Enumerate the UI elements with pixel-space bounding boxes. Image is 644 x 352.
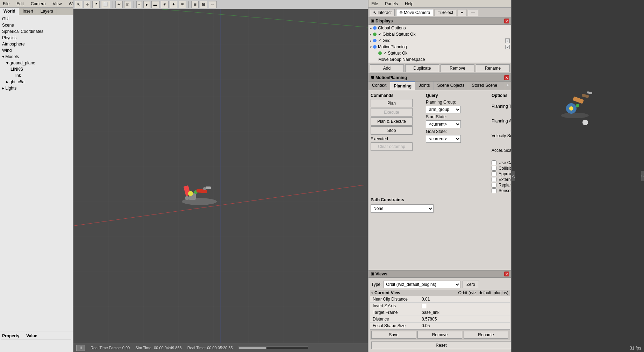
align-tool-btn[interactable]: ↔ (209, 1, 217, 8)
tree-item-spherical[interactable]: Spherical Coordinates (1, 28, 72, 35)
start-state-select[interactable]: <current> (426, 120, 461, 128)
invert-z-checkbox[interactable] (422, 304, 426, 308)
sensor-positioning-checkbox[interactable] (492, 188, 496, 193)
frame-tool-btn[interactable]: ⊞ (191, 1, 199, 8)
display-global-options[interactable]: ▸ Global Options (368, 25, 511, 31)
tab-context[interactable]: Context (368, 82, 390, 90)
execute-btn[interactable]: Execute (371, 108, 413, 117)
move-tool-btn[interactable]: ✛ (84, 1, 91, 8)
save-view-btn[interactable]: Save (371, 331, 416, 339)
stop-btn[interactable]: Stop (371, 126, 413, 135)
remove-display-btn[interactable]: Remove (441, 64, 474, 72)
tree-item-link[interactable]: link (1, 72, 72, 79)
views-close-btn[interactable]: ✕ (504, 272, 509, 276)
display-global-status[interactable]: ▸ ✓ Global Status: Ok (368, 31, 511, 37)
views-zero-btn[interactable]: Zero (463, 281, 479, 288)
status-ok-dot (378, 51, 382, 55)
display-move-group-ns[interactable]: Move Group Namespace (368, 56, 511, 63)
rviz-menu-help[interactable]: Help (403, 1, 415, 7)
views-type-select[interactable]: Orbit (rviz_default_plugins) (384, 281, 460, 288)
use-cartesian-label: Use Cartesian Path (499, 160, 511, 165)
use-cartesian-checkbox[interactable] (492, 160, 496, 165)
fluid-tool-btn[interactable]: ≋ (179, 1, 186, 8)
tab-joints[interactable]: Joints (415, 82, 434, 90)
planning-group-select[interactable]: arm_group (426, 106, 461, 113)
clear-octomap-btn[interactable]: Clear octomap (371, 142, 413, 151)
motion-content: Commands Plan Execute Plan & Execute Sto… (368, 90, 511, 270)
path-constraints-select[interactable]: None (371, 204, 434, 213)
tab-scene-objects[interactable]: Scene Objects (434, 82, 468, 90)
select-tool-btn[interactable]: ↖ (75, 1, 82, 8)
tab-world[interactable]: World (0, 8, 19, 15)
planning-group-row: Planning Group: (426, 100, 489, 105)
tab-layers[interactable]: Layers (37, 8, 57, 15)
reset-btn[interactable]: Reset (371, 342, 511, 349)
cylinder-tool-btn[interactable]: ▬ (151, 1, 159, 8)
light-tool-btn[interactable]: ☀ (161, 1, 169, 8)
rotate-tool-btn[interactable]: ↺ (92, 1, 100, 8)
move-camera-btn[interactable]: ⊕ Move Camera (396, 9, 433, 16)
tree-item-scene[interactable]: Scene (1, 22, 72, 28)
rviz-menu-panels[interactable]: Panels (384, 1, 399, 7)
tree-item-gbt[interactable]: ▸ gbt_c5a (1, 79, 72, 85)
plan-btn[interactable]: Plan (371, 99, 413, 107)
remove-view-btn[interactable]: Remove (417, 331, 462, 339)
tree-item-models[interactable]: ▾ Models (1, 54, 72, 60)
goal-state-select[interactable]: <current> (426, 135, 461, 143)
scale-tool-btn[interactable]: ⬜ (101, 1, 110, 8)
menu-file[interactable]: File (1, 1, 11, 7)
plus-btn[interactable]: + (458, 9, 466, 16)
display-grid[interactable]: ▸ ✓ Grid ✓ (368, 37, 511, 44)
right-resize-handle[interactable]: ▷ (641, 171, 644, 181)
motionplanning-checkbox[interactable]: ✓ (505, 45, 510, 49)
left-resize-handle[interactable]: ◁ (512, 171, 515, 181)
interact-btn[interactable]: ↖ Interact (370, 9, 395, 16)
query-title: Query (426, 92, 489, 99)
tab-insert[interactable]: Insert (19, 8, 37, 15)
sphere-tool-btn[interactable]: ● (143, 1, 150, 8)
add-display-btn[interactable]: Add (370, 64, 404, 72)
undo-btn[interactable]: ↩ (115, 1, 123, 8)
tab-planning[interactable]: Planning (390, 82, 415, 90)
tab-stored-scene[interactable]: Stored Scene (468, 82, 501, 90)
select-label: Select (442, 10, 453, 15)
tree-item-ground-plane[interactable]: ▾ ground_plane (1, 60, 72, 66)
approx-ik-checkbox[interactable] (492, 171, 496, 176)
minus-btn[interactable]: — (468, 9, 478, 16)
svg-point-9 (185, 196, 189, 200)
select-btn[interactable]: □ Select (435, 9, 456, 16)
more-tabs-arrow[interactable]: ▸ (505, 82, 511, 90)
rviz-toolbar: ↖ Interact ⊕ Move Camera □ Select + — (368, 8, 511, 17)
main-viewport[interactable] (73, 9, 368, 343)
redo-btn[interactable]: ↺⃝ (124, 1, 131, 8)
planning-group-label: Planning Group: (426, 100, 457, 105)
rviz-menu-file[interactable]: File (370, 1, 379, 7)
box-tool-btn[interactable]: ▪ (136, 1, 142, 8)
tree-item-lights[interactable]: ▸ Lights (1, 85, 72, 91)
pause-button[interactable]: ⏸ (76, 345, 85, 351)
rename-view-btn[interactable]: Rename (464, 331, 508, 339)
display-status-ok[interactable]: ✓ Status: Ok (368, 50, 511, 56)
tree-item-gui[interactable]: GUI (1, 16, 72, 22)
tree-item-wind[interactable]: Wind (1, 47, 72, 54)
duplicate-display-btn[interactable]: Duplicate (405, 64, 439, 72)
menu-camera[interactable]: Camera (29, 1, 47, 7)
region-tool-btn[interactable]: ⊟ (200, 1, 207, 8)
tree-item-links[interactable]: LINKS (1, 66, 72, 72)
tree-item-physics[interactable]: Physics (1, 35, 72, 41)
plan-execute-btn[interactable]: Plan & Execute (371, 117, 413, 126)
near-clip-row: Near Clip Distance 0.01 (370, 296, 510, 303)
menu-view[interactable]: View (51, 1, 63, 7)
display-motionplanning[interactable]: ▾ MotionPlanning ✓ (368, 44, 511, 50)
displays-close-btn[interactable]: ✕ (504, 19, 509, 23)
grid-checkbox[interactable]: ✓ (505, 38, 510, 43)
menu-edit[interactable]: Edit (15, 1, 25, 7)
particle-tool-btn[interactable]: ✦ (170, 1, 177, 8)
replanning-checkbox[interactable] (492, 183, 496, 188)
external-comm-checkbox[interactable] (492, 177, 496, 182)
motion-close-btn[interactable]: ✕ (504, 75, 509, 80)
collision-aware-checkbox[interactable] (492, 166, 496, 171)
tree-item-atmosphere[interactable]: Atmosphere (1, 41, 72, 47)
far-right-viewport[interactable]: ◁ ▷ 31 fps (512, 0, 644, 352)
rename-display-btn[interactable]: Rename (476, 64, 510, 72)
